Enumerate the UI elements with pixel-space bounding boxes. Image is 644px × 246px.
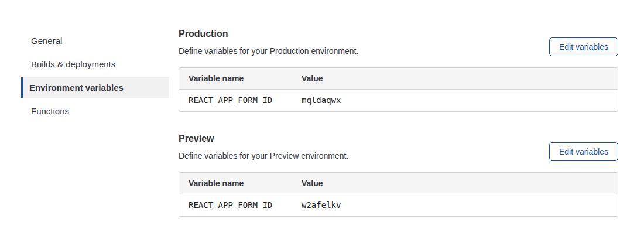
variable-value-cell: w2afelkv — [292, 194, 618, 216]
sidebar-item-general[interactable]: General — [21, 29, 169, 52]
production-variables-table: Variable name Value REACT_APP_FORM_ID mq… — [179, 67, 618, 112]
column-header-value: Value — [292, 173, 618, 194]
column-header-value: Value — [292, 68, 618, 89]
preview-variables-table: Variable name Value REACT_APP_FORM_ID w2… — [179, 172, 618, 217]
variable-value-cell: mqldaqwx — [292, 89, 618, 111]
production-variables-section: Production Define variables for your Pro… — [179, 29, 618, 112]
project-settings-page: General Builds & deployments Environment… — [0, 0, 644, 246]
variable-name-cell: REACT_APP_FORM_ID — [179, 194, 292, 216]
edit-variables-button-preview[interactable]: Edit variables — [549, 142, 618, 161]
column-header-variable-name: Variable name — [179, 68, 292, 89]
preview-variables-section: Preview Define variables for your Previe… — [179, 134, 618, 217]
sidebar-item-environment-variables[interactable]: Environment variables — [21, 77, 169, 98]
settings-sidebar: General Builds & deployments Environment… — [21, 29, 169, 122]
table-row: REACT_APP_FORM_ID w2afelkv — [179, 194, 618, 216]
variable-name-cell: REACT_APP_FORM_ID — [179, 89, 292, 111]
table-row: REACT_APP_FORM_ID mqldaqwx — [179, 89, 618, 111]
edit-variables-button-production[interactable]: Edit variables — [549, 37, 618, 56]
sidebar-item-functions[interactable]: Functions — [21, 99, 169, 122]
column-header-variable-name: Variable name — [179, 173, 292, 194]
table-header-row: Variable name Value — [179, 173, 618, 194]
table-header-row: Variable name Value — [179, 68, 618, 89]
sidebar-item-builds-deployments[interactable]: Builds & deployments — [21, 52, 169, 76]
settings-content: Production Define variables for your Pro… — [179, 29, 618, 239]
